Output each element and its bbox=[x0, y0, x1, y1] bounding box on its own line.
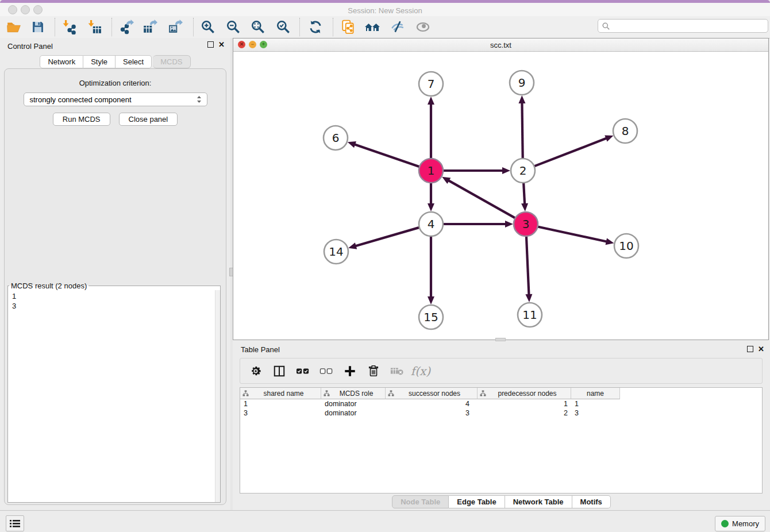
application-window: Session: New Session bbox=[0, 0, 770, 532]
table-tabs: Node Table Edge Table Network Table Moti… bbox=[233, 495, 770, 508]
table-toolbar: f(x) bbox=[240, 358, 763, 384]
network-canvas[interactable]: 7968124314101511 bbox=[233, 51, 768, 340]
tab-edge-table[interactable]: Edge Table bbox=[449, 495, 505, 508]
close-panel-button[interactable]: Close panel bbox=[119, 113, 178, 126]
cell-shared-name[interactable]: 3 bbox=[240, 409, 321, 417]
graph-edge-2-3[interactable] bbox=[523, 183, 525, 205]
export-image-icon[interactable] bbox=[166, 18, 184, 36]
export-network-icon[interactable] bbox=[117, 18, 136, 36]
delete-column-trash-icon[interactable] bbox=[366, 364, 381, 379]
mcds-result-text[interactable]: 1 3 bbox=[8, 290, 215, 502]
select-all-columns-icon[interactable] bbox=[295, 364, 310, 379]
column-header-mcds-role[interactable]: MCDS role bbox=[321, 388, 386, 399]
deselect-all-columns-icon[interactable] bbox=[319, 364, 334, 379]
table-panel-window-buttons: ✕ bbox=[747, 346, 764, 352]
search-field[interactable] bbox=[598, 19, 768, 33]
import-network-icon[interactable] bbox=[60, 18, 78, 36]
graph-edge-arrowhead bbox=[428, 97, 434, 105]
graph-node-label: 2 bbox=[519, 164, 527, 178]
tab-node-table[interactable]: Node Table bbox=[392, 495, 449, 508]
column-header-predecessor-nodes[interactable]: predecessor nodes bbox=[478, 388, 571, 399]
horizontal-splitter-grip[interactable] bbox=[495, 338, 506, 341]
column-header-name[interactable]: name bbox=[571, 388, 620, 399]
graph-edge-3-11[interactable] bbox=[526, 236, 529, 295]
float-panel-icon[interactable] bbox=[207, 41, 214, 48]
tab-mcds[interactable]: MCDS bbox=[153, 55, 190, 68]
table-row[interactable]: 1 dominator 4 1 1 bbox=[240, 399, 762, 408]
run-mcds-button[interactable]: Run MCDS bbox=[53, 113, 110, 126]
cell-name[interactable]: 3 bbox=[571, 409, 620, 417]
cell-mcds-role[interactable]: dominator bbox=[321, 400, 386, 408]
search-input[interactable] bbox=[613, 21, 768, 31]
graph-edge-4-14[interactable] bbox=[355, 228, 419, 246]
cell-mcds-role[interactable]: dominator bbox=[321, 409, 386, 417]
cell-predecessor-nodes[interactable]: 2 bbox=[478, 409, 571, 417]
session-title: Session: New Session bbox=[0, 6, 770, 15]
graph-node-label: 14 bbox=[329, 245, 343, 259]
network-window-title: scc.txt bbox=[233, 41, 768, 49]
node-table[interactable]: shared name MCDS role successor nodes pr… bbox=[240, 387, 763, 494]
save-session-icon[interactable] bbox=[29, 18, 47, 36]
table-panel: Table Panel ✕ bbox=[233, 342, 770, 510]
optimization-criterion-select[interactable]: strongly connected component bbox=[24, 92, 207, 106]
cell-shared-name[interactable]: 1 bbox=[240, 400, 321, 408]
column-type-icon bbox=[480, 390, 486, 396]
main-titlebar[interactable]: Session: New Session bbox=[0, 3, 770, 16]
create-column-plus-icon[interactable] bbox=[342, 364, 357, 379]
memory-button[interactable]: Memory bbox=[715, 516, 765, 531]
table-header-row: shared name MCDS role successor nodes pr… bbox=[240, 388, 762, 399]
hide-view-icon[interactable] bbox=[388, 18, 407, 36]
task-history-button[interactable] bbox=[6, 515, 24, 531]
tab-select[interactable]: Select bbox=[116, 55, 152, 68]
control-panel: Control Panel ✕ Network Style Select MCD… bbox=[0, 38, 230, 510]
refresh-layout-icon[interactable] bbox=[306, 18, 325, 36]
table-settings-gear-icon[interactable] bbox=[248, 364, 263, 379]
float-panel-icon[interactable] bbox=[747, 346, 753, 352]
tab-motifs[interactable]: Motifs bbox=[572, 495, 611, 508]
home-view-icon[interactable] bbox=[363, 18, 382, 36]
toolbar-separator bbox=[193, 18, 194, 36]
graph-edge-2-8[interactable] bbox=[534, 138, 607, 166]
show-column-panel-icon[interactable] bbox=[272, 364, 287, 379]
graph-edge-3-10[interactable] bbox=[538, 226, 607, 241]
column-type-icon bbox=[388, 390, 394, 396]
cell-successor-nodes[interactable]: 4 bbox=[386, 400, 478, 408]
column-header-successor-nodes[interactable]: successor nodes bbox=[386, 388, 478, 399]
zoom-fit-icon[interactable] bbox=[249, 18, 267, 36]
graph-edge-1-6[interactable] bbox=[354, 144, 419, 167]
toolbar-separator bbox=[55, 18, 56, 36]
cell-successor-nodes[interactable]: 3 bbox=[386, 409, 478, 417]
graph-node-label: 11 bbox=[522, 308, 537, 322]
tab-network[interactable]: Network bbox=[40, 55, 83, 68]
memory-status-icon bbox=[721, 520, 729, 527]
close-panel-icon[interactable]: ✕ bbox=[218, 41, 225, 48]
graph-edge-arrowhead bbox=[521, 203, 528, 211]
graph-edge-3-1[interactable] bbox=[448, 180, 515, 218]
show-view-icon[interactable] bbox=[414, 18, 432, 36]
control-panel-window-buttons: ✕ bbox=[207, 41, 225, 48]
zoom-selected-icon[interactable] bbox=[274, 18, 292, 36]
network-view-window: ✕ − + scc.txt 7968124314101511 bbox=[233, 38, 769, 340]
open-session-icon[interactable] bbox=[5, 18, 23, 36]
tab-style[interactable]: Style bbox=[83, 55, 116, 68]
tab-network-table[interactable]: Network Table bbox=[505, 495, 572, 508]
graph-node-label: 8 bbox=[622, 124, 629, 138]
status-bar: Memory bbox=[0, 510, 770, 532]
close-panel-icon[interactable]: ✕ bbox=[758, 346, 764, 352]
cell-name[interactable]: 1 bbox=[571, 400, 620, 408]
network-window-titlebar[interactable]: ✕ − + scc.txt bbox=[233, 38, 768, 52]
export-table-icon[interactable] bbox=[141, 18, 159, 36]
result-scrollbar[interactable] bbox=[215, 290, 220, 502]
table-panel-title: Table Panel bbox=[241, 345, 280, 354]
zoom-out-icon[interactable] bbox=[224, 18, 242, 36]
zoom-in-icon[interactable] bbox=[199, 18, 217, 36]
copy-network-icon[interactable] bbox=[339, 18, 357, 36]
control-panel-tabs: Network Style Select MCDS bbox=[0, 55, 230, 68]
column-header-shared-name[interactable]: shared name bbox=[240, 388, 321, 399]
table-row[interactable]: 3 dominator 3 2 3 bbox=[240, 408, 762, 418]
import-table-icon[interactable] bbox=[85, 18, 103, 36]
cell-predecessor-nodes[interactable]: 1 bbox=[478, 400, 571, 408]
graph-node-label: 10 bbox=[619, 239, 633, 253]
graph-node-label: 7 bbox=[428, 77, 435, 91]
graph-edge-2-9[interactable] bbox=[522, 102, 522, 159]
